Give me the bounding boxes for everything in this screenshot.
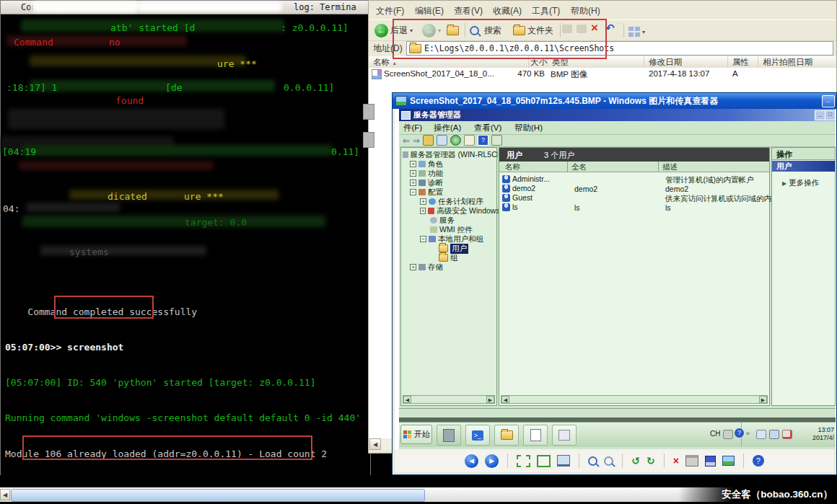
collapse-tray-icon[interactable]: « bbox=[746, 430, 750, 437]
viewer-title-text: ScreenShot_2017_04_18_05h07m12s.445.BMP … bbox=[410, 95, 718, 107]
help-icon[interactable]: ? bbox=[753, 455, 764, 467]
taskbar-folder-button[interactable] bbox=[494, 425, 519, 446]
file-name[interactable]: ScreenShot_2017_04_18_0... bbox=[384, 69, 494, 78]
edit-image-icon[interactable] bbox=[722, 456, 735, 466]
print-icon[interactable] bbox=[685, 455, 698, 467]
actual-size-icon[interactable] bbox=[537, 455, 551, 467]
terminal-title-right: log: Termina bbox=[294, 2, 356, 12]
zoom-out-icon[interactable] bbox=[604, 456, 613, 466]
tree-item-diagnostics[interactable]: +诊断 bbox=[410, 178, 505, 187]
menu-file[interactable]: 文件(F) bbox=[372, 4, 408, 19]
tray-language[interactable]: CH bbox=[710, 430, 720, 438]
user-desc: 管理计算机(域)的内置帐户 bbox=[665, 175, 754, 185]
services-icon bbox=[430, 217, 437, 224]
toolbar-separator bbox=[579, 454, 579, 468]
best-fit-icon[interactable] bbox=[517, 455, 530, 467]
col-fullname[interactable]: 全名 bbox=[571, 162, 587, 172]
file-row[interactable]: ScreenShot_2017_04_18_0... 470 KB BMP 图像… bbox=[369, 68, 836, 79]
user-row-administrator[interactable]: Administr... bbox=[502, 174, 550, 183]
menu-favorites[interactable]: 收藏(A) bbox=[488, 4, 526, 19]
col-description[interactable]: 描述 bbox=[662, 162, 678, 172]
tree-item-configuration[interactable]: −配置 bbox=[410, 187, 505, 197]
terminal-fragment: 04: bbox=[3, 203, 19, 214]
file-type: BMP 图像 bbox=[551, 69, 587, 80]
groups-folder-icon bbox=[439, 254, 448, 262]
redacted-block bbox=[30, 80, 275, 92]
column-modified[interactable]: 修改日期 bbox=[644, 56, 728, 68]
col-name[interactable]: 名称 bbox=[505, 162, 520, 172]
terminal-log-line: [05:07:00] ID: 540 'python' started [tar… bbox=[5, 377, 370, 389]
menu-view[interactable]: 查看(V) bbox=[450, 4, 487, 19]
annotation-box-address bbox=[393, 19, 607, 59]
terminal-log-line: 05:07:00>> screenshot bbox=[5, 342, 370, 353]
inner-taskbar: 开始 >_ CH ? « 13:07 2 bbox=[399, 422, 836, 447]
user-row-ls[interactable]: ls bbox=[502, 203, 518, 211]
taskbar-powershell-button[interactable]: >_ bbox=[465, 425, 490, 446]
column-photo-date[interactable]: 相片拍照日期 bbox=[758, 56, 837, 68]
page-scroll-left-icon[interactable]: ◀ bbox=[0, 489, 10, 500]
save-icon[interactable] bbox=[705, 456, 716, 467]
sm-back-icon: ⇐ bbox=[403, 136, 410, 146]
bmp-file-icon bbox=[372, 69, 382, 79]
delete-image-icon[interactable]: × bbox=[673, 456, 679, 466]
user-row-demo2[interactable]: demo2 bbox=[502, 184, 535, 193]
more-actions-icon: ▶ bbox=[782, 180, 786, 187]
help-tray-icon[interactable]: ? bbox=[735, 428, 744, 438]
tree-item-features[interactable]: +功能 bbox=[410, 169, 505, 178]
viewer-titlebar[interactable]: ScreenShot_2017_04_18_05h07m12s.445.BMP … bbox=[393, 93, 836, 109]
sm-export-icon bbox=[464, 135, 475, 146]
next-image-icon[interactable]: ▶ bbox=[485, 454, 499, 468]
menu-edit[interactable]: 编辑(E) bbox=[411, 4, 448, 19]
tray-clock[interactable]: 13:07 2017/4/ bbox=[798, 426, 834, 442]
sm-statusbar bbox=[399, 408, 836, 418]
diagnostics-icon bbox=[418, 180, 426, 186]
terminal-fragment: [04:19 bbox=[2, 146, 36, 157]
previous-image-icon[interactable]: ◀ bbox=[465, 454, 478, 468]
server-manager-toolbar: ⇐ ⇒ ? bbox=[399, 134, 836, 147]
screenshot-stage: Con log: Termina atb' started [d : z0.0.… bbox=[0, 0, 837, 504]
actions-users-bar[interactable]: 用户 bbox=[772, 161, 835, 172]
network-icon[interactable] bbox=[769, 430, 779, 439]
users-hscrollbar[interactable]: ◀▶ bbox=[501, 395, 768, 404]
tree-item-storage[interactable]: +存储 bbox=[410, 262, 505, 272]
start-button[interactable]: 开始 bbox=[400, 425, 432, 444]
flag-icon[interactable] bbox=[756, 430, 766, 439]
user-row-guest[interactable]: Guest bbox=[502, 193, 533, 202]
sm-menu-action: 操作(A) bbox=[434, 123, 461, 133]
terminal-titlebar[interactable]: Con log: Termina bbox=[1, 1, 370, 14]
tree-root[interactable]: 服务器管理器 (WIN-RL5CK4Q0FK bbox=[403, 150, 498, 159]
sm-forward-icon: ⇒ bbox=[413, 136, 420, 146]
slideshow-icon[interactable] bbox=[557, 455, 570, 467]
tree-hscrollbar[interactable]: ◀▶ bbox=[403, 395, 495, 404]
sm-folder-icon bbox=[423, 135, 434, 146]
tree-item-roles[interactable]: +角色 bbox=[410, 159, 505, 169]
users-folder-icon bbox=[439, 244, 448, 252]
rotate-cw-icon[interactable]: ↻ bbox=[647, 456, 655, 466]
volume-muted-icon[interactable] bbox=[782, 430, 792, 439]
user-desc: ls bbox=[665, 203, 671, 212]
taskbar-server-manager-button[interactable] bbox=[437, 425, 461, 446]
toolbar-separator bbox=[507, 454, 508, 468]
taskbar-doc-button[interactable] bbox=[552, 425, 577, 446]
minimize-button[interactable]: _ bbox=[822, 95, 835, 107]
server-manager-icon bbox=[401, 111, 411, 120]
col-divider bbox=[658, 162, 659, 172]
viewed-image-server-manager: 服务器管理器 _ □ 件(F) 操作(A) 查看(V) 帮助(H) ⇐ ⇒ ? bbox=[399, 109, 836, 449]
window-resize-handle[interactable] bbox=[363, 132, 374, 148]
sort-asc-icon: ▲ bbox=[392, 61, 397, 66]
column-attr[interactable]: 属性 bbox=[728, 56, 758, 68]
menu-tools[interactable]: 工具(T) bbox=[527, 4, 564, 19]
scroll-left-icon[interactable]: ◀ bbox=[369, 438, 381, 450]
clock-time: 13:07 bbox=[818, 426, 834, 433]
page-scroll-thumb[interactable] bbox=[11, 489, 425, 502]
redacted-block bbox=[22, 216, 325, 227]
rotate-ccw-icon[interactable]: ↺ bbox=[631, 456, 640, 466]
keyboard-icon[interactable] bbox=[723, 430, 733, 439]
zoom-in-icon[interactable] bbox=[588, 456, 597, 466]
menu-help[interactable]: 帮助(H) bbox=[566, 4, 605, 19]
more-actions[interactable]: ▶ 更多操作 bbox=[782, 178, 819, 188]
views-button[interactable]: ▾ bbox=[626, 23, 648, 40]
watermark-text: 安全客（bobao.360.cn） bbox=[722, 488, 833, 501]
window-resize-handle[interactable] bbox=[363, 104, 374, 120]
taskbar-notepad-button[interactable] bbox=[523, 425, 548, 446]
